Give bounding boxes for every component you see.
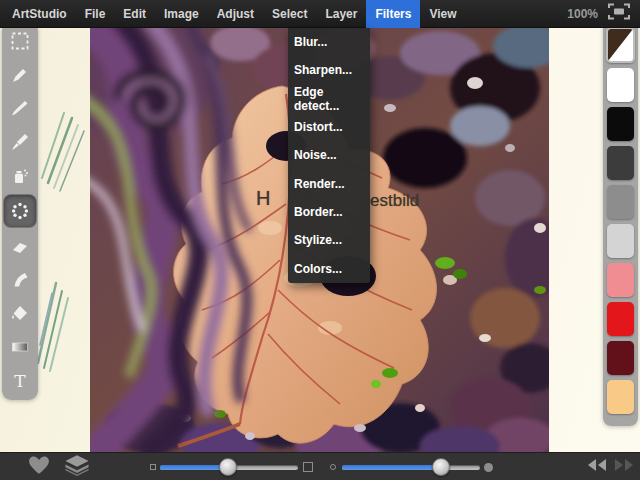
color-swatch-red[interactable] [607,302,634,336]
tool-eraser[interactable] [5,231,35,261]
canvas-text-fragment-right: estbild [370,191,419,211]
tool-pattern-brush[interactable] [4,195,36,227]
menu-item-select[interactable]: Select [263,0,316,28]
text-tool-icon: T [10,371,30,391]
color-swatch-white[interactable] [607,68,634,102]
brush-size-knob[interactable] [219,458,237,476]
marquee-select-icon [10,31,30,51]
eraser-icon [10,236,30,256]
opacity-slider-max-icon [484,463,493,472]
color-palette [603,20,638,426]
redo-icon [613,457,635,477]
color-swatch-black[interactable] [607,107,634,141]
menu-bar: ArtStudio File Edit Image Adjust Select … [0,0,640,28]
undo-button[interactable] [586,453,608,480]
redo-button[interactable] [613,453,635,480]
filters-menu-item-colors[interactable]: Colors... [288,255,370,283]
wet-brush-icon [10,132,30,152]
brush-size-fill [160,465,228,470]
menu-item-view[interactable]: View [420,0,465,28]
filters-menu-item-render[interactable]: Render... [288,170,370,198]
tool-marquee-select[interactable] [5,26,35,56]
filters-menu-item-edge-detect[interactable]: Edge detect... [288,85,370,113]
brush-opacity-knob[interactable] [432,458,450,476]
foreground-background-swatch[interactable] [606,27,635,63]
filters-menu-item-sharpen[interactable]: Sharpen... [288,56,370,84]
zoom-level: 100% [567,7,598,21]
fill-bucket-icon [10,303,30,323]
menu-item-artstudio[interactable]: ArtStudio [0,0,76,28]
tool-airbrush[interactable] [5,161,35,191]
pencil-icon [10,65,30,85]
canvas-text-fragment-left: H [256,187,270,210]
tool-gradient[interactable] [5,332,35,362]
menu-item-filters[interactable]: Filters [366,0,420,28]
filters-menu-item-noise[interactable]: Noise... [288,141,370,169]
brush-size-slider[interactable] [160,465,298,470]
filters-menu-item-blur[interactable]: Blur... [288,28,370,56]
paint-streaks [34,83,104,383]
filters-dropdown: Blur... Sharpen... Edge detect... Distor… [288,28,370,283]
tool-palette: T [2,22,38,400]
color-swatch-maroon[interactable] [607,341,634,375]
tool-paintbrush[interactable] [5,93,35,123]
filters-menu-item-border[interactable]: Border... [288,198,370,226]
layers-button[interactable] [64,453,90,480]
heart-icon [28,455,50,479]
fit-screen-icon[interactable] [608,3,630,24]
color-swatch-peach[interactable] [607,380,634,414]
tool-smudge[interactable] [5,265,35,295]
tool-wet-brush[interactable] [5,127,35,157]
color-swatch-gray[interactable] [607,185,634,219]
paintbrush-icon [10,98,30,118]
airbrush-icon [10,166,30,186]
color-swatch-light-gray[interactable] [607,224,634,258]
brush-opacity-fill [342,465,441,470]
tool-pencil[interactable] [5,60,35,90]
opacity-slider-min-icon [330,464,336,470]
color-swatch-pink[interactable] [607,263,634,297]
size-slider-min-icon [150,464,156,470]
smudge-icon [10,270,30,290]
svg-text:T: T [14,371,26,391]
layers-icon [64,454,90,480]
menu-item-image[interactable]: Image [155,0,208,28]
favorites-button[interactable] [28,453,50,480]
menu-item-edit[interactable]: Edit [114,0,155,28]
menu-item-file[interactable]: File [76,0,115,28]
undo-icon [586,457,608,477]
bottom-bar [0,452,640,480]
size-slider-max-icon [303,462,313,472]
pattern-brush-icon [10,201,30,221]
filters-menu-item-distort[interactable]: Distort... [288,113,370,141]
brush-opacity-slider[interactable] [342,465,480,470]
menu-item-layer[interactable]: Layer [316,0,366,28]
color-swatch-dark-gray[interactable] [607,146,634,180]
menu-item-adjust[interactable]: Adjust [208,0,263,28]
tool-text[interactable]: T [5,366,35,396]
tool-fill-bucket[interactable] [5,298,35,328]
filters-menu-item-stylize[interactable]: Stylize... [288,226,370,254]
gradient-icon [10,337,30,357]
